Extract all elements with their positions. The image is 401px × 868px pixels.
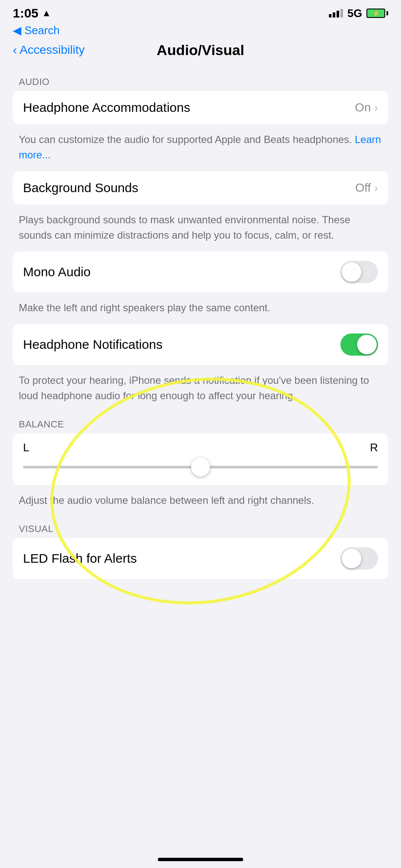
mono-audio-toggle[interactable] (340, 261, 378, 283)
signal-strength (329, 9, 343, 18)
mono-audio-card: Mono Audio (13, 251, 388, 292)
headphone-notifications-description: To protect your hearing, iPhone sends a … (13, 368, 388, 412)
led-flash-label: LED Flash for Alerts (23, 551, 137, 566)
headphone-accommodations-label: Headphone Accommodations (23, 100, 190, 115)
headphone-notifications-card: Headphone Notifications (13, 324, 388, 365)
headphone-notifications-label: Headphone Notifications (23, 337, 163, 352)
background-sounds-card: Background Sounds Off › (13, 171, 388, 205)
location-icon: ▲ (42, 8, 51, 19)
background-sounds-row[interactable]: Background Sounds Off › (13, 171, 388, 205)
led-flash-toggle[interactable] (340, 547, 378, 570)
audio-section-label: AUDIO (13, 70, 388, 91)
headphone-accommodations-description: You can customize the audio for supporte… (13, 128, 388, 171)
mono-audio-toggle-knob (342, 262, 361, 282)
battery-body: ⚡ (366, 9, 385, 18)
main-content: AUDIO Headphone Accommodations On › You … (0, 65, 401, 599)
balance-slider-knob[interactable] (191, 458, 210, 476)
chevron-right-icon-2: › (374, 181, 378, 195)
battery-tip (386, 11, 388, 15)
chevron-right-icon: › (374, 101, 378, 114)
mono-audio-label: Mono Audio (23, 265, 90, 279)
headphone-accommodations-row[interactable]: Headphone Accommodations On › (13, 91, 388, 124)
status-indicators: 5G ⚡ (329, 7, 388, 20)
search-back[interactable]: ◀ Search (0, 24, 401, 39)
balance-right-label: R (370, 441, 378, 454)
background-sounds-value: Off (355, 181, 371, 195)
battery-indicator: ⚡ (366, 9, 388, 18)
signal-bar-3 (337, 11, 339, 18)
headphone-notifications-toggle-knob (357, 335, 377, 354)
signal-bar-4 (340, 9, 343, 18)
balance-description: Adjust the audio volume balance between … (13, 488, 388, 517)
led-flash-row: LED Flash for Alerts (13, 538, 388, 579)
signal-bar-2 (333, 12, 335, 18)
led-flash-toggle-knob (342, 549, 361, 568)
background-sounds-label: Background Sounds (23, 181, 138, 195)
mono-audio-description: Make the left and right speakers play th… (13, 296, 388, 324)
headphone-accommodations-right: On › (355, 101, 378, 114)
headphone-notifications-row: Headphone Notifications (13, 324, 388, 365)
background-sounds-right: Off › (355, 181, 378, 195)
led-flash-card: LED Flash for Alerts (13, 538, 388, 579)
background-sounds-description: Plays background sounds to mask unwanted… (13, 208, 388, 251)
status-bar: 1:05 ▲ 5G ⚡ (0, 0, 401, 24)
headphone-accommodations-value: On (355, 101, 371, 114)
mono-audio-row: Mono Audio (13, 251, 388, 292)
signal-bar-1 (329, 14, 331, 18)
balance-slider-container[interactable] (23, 459, 378, 476)
time-display: 1:05 (13, 6, 38, 20)
status-time: 1:05 ▲ (13, 6, 51, 20)
balance-slider-card: L R (13, 433, 388, 485)
balance-section-label: BALANCE (13, 412, 388, 433)
battery-bolt-icon: ⚡ (372, 10, 380, 17)
back-label: Accessibility (20, 43, 84, 57)
balance-labels: L R (23, 441, 378, 454)
network-type: 5G (347, 7, 362, 20)
back-chevron-icon: ‹ (13, 44, 17, 56)
balance-left-label: L (23, 441, 29, 454)
headphone-accommodations-card: Headphone Accommodations On › (13, 91, 388, 124)
balance-slider-track (23, 466, 378, 468)
visual-section-label: VISUAL (13, 517, 388, 538)
back-button[interactable]: ‹ Accessibility (13, 43, 84, 57)
headphone-notifications-toggle[interactable] (340, 333, 378, 356)
nav-header: ‹ Accessibility Audio/Visual (0, 39, 401, 65)
home-indicator (158, 858, 243, 861)
page-title: Audio/Visual (157, 42, 244, 58)
